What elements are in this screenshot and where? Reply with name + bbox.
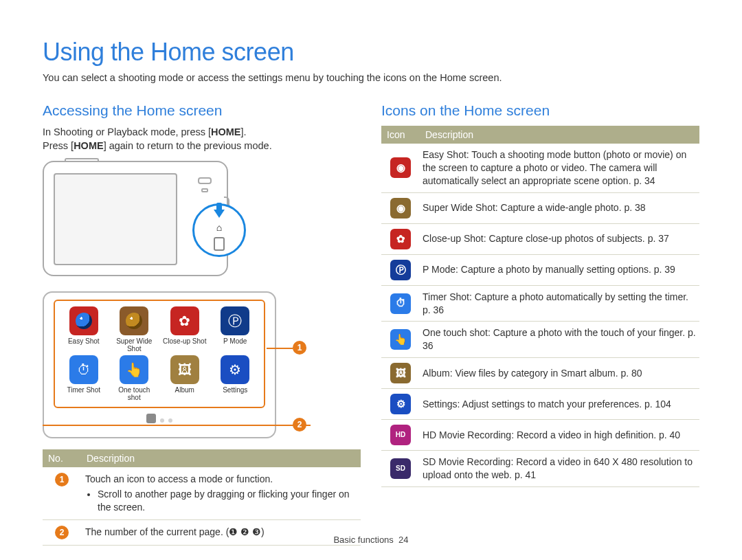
home-icon: ⌂ bbox=[216, 222, 222, 233]
col-desc-header: Description bbox=[420, 126, 699, 144]
col-desc-header: Description bbox=[81, 449, 361, 467]
footer: Basic functions 24 bbox=[0, 535, 742, 545]
callout-2: 2 bbox=[293, 418, 306, 432]
mode-icon: ⚙ bbox=[221, 355, 249, 384]
feature-icon: SD bbox=[390, 458, 411, 479]
mode-icon: ⏱ bbox=[69, 355, 98, 384]
left-instruction: In Shooting or Playback mode, press [HOM… bbox=[43, 126, 361, 153]
col-icon-header: Icon bbox=[381, 126, 420, 144]
icon-grid: Easy ShotSuper Wide Shot✿Close-up ShotⓅP… bbox=[62, 306, 257, 401]
feature-icon: ◉ bbox=[390, 157, 411, 178]
feature-icon: 👆 bbox=[390, 329, 411, 350]
left-column: Accessing the Home screen In Shooting or… bbox=[43, 102, 361, 546]
page-title: Using the Home screen bbox=[43, 38, 699, 67]
table-row: ⚙Settings: Adjust settings to match your… bbox=[381, 389, 699, 420]
mode-icon bbox=[120, 306, 148, 335]
home-button-icon bbox=[214, 237, 225, 251]
feature-icon: HD bbox=[390, 425, 411, 445]
feature-icon: ◉ bbox=[390, 198, 411, 219]
feature-icon: ⏱ bbox=[390, 293, 411, 314]
mode-icon: Ⓟ bbox=[221, 306, 249, 335]
mode-label: Easy Shot bbox=[68, 337, 100, 345]
table-row: ◉Easy Shot: Touch a shooting mode button… bbox=[381, 144, 699, 192]
feature-icon: 🖼 bbox=[390, 363, 411, 383]
table-row: HDHD Movie Recording: Record a video in … bbox=[381, 420, 699, 451]
mode-label: Super Wide Shot bbox=[113, 337, 157, 352]
page: Using the Home screen You can select a s… bbox=[0, 0, 742, 560]
right-column: Icons on the Home screen Icon Descriptio… bbox=[381, 102, 699, 546]
right-heading: Icons on the Home screen bbox=[381, 102, 699, 119]
camera-outline: ⌂ bbox=[43, 161, 228, 276]
mode-label: Timer Shot bbox=[67, 386, 100, 394]
grid-cell: ✿Close-up Shot bbox=[163, 306, 207, 352]
mode-icon: 🖼 bbox=[170, 355, 199, 384]
grid-cell: 🖼Album bbox=[163, 355, 207, 401]
mode-icon: ✿ bbox=[170, 306, 199, 335]
table-row: SDSD Movie Recording: Record a video in … bbox=[381, 451, 699, 487]
grid-cell: ⏱Timer Shot bbox=[62, 355, 106, 401]
mode-label: Settings bbox=[223, 386, 247, 394]
arrow-down-icon bbox=[214, 210, 225, 218]
two-column-layout: Accessing the Home screen In Shooting or… bbox=[43, 102, 699, 546]
mode-label: One touch shot bbox=[113, 386, 157, 401]
mode-label: Close-up Shot bbox=[163, 337, 206, 345]
mode-icon: 👆 bbox=[120, 355, 148, 384]
callout-1: 1 bbox=[293, 341, 306, 355]
icon-table: Icon Description ◉Easy Shot: Touch a sho… bbox=[381, 126, 699, 487]
col-no-header: No. bbox=[43, 449, 81, 467]
table-row: 1 Touch an icon to access a mode or func… bbox=[43, 467, 361, 519]
home-screen-figure: Easy ShotSuper Wide Shot✿Close-up ShotⓅP… bbox=[43, 291, 276, 438]
feature-icon: ✿ bbox=[390, 229, 411, 249]
table-row: ✿Close-up Shot: Capture close-up photos … bbox=[381, 223, 699, 254]
grid-cell: ⓅP Mode bbox=[214, 306, 258, 352]
camera-screen bbox=[54, 173, 177, 265]
table-row: ◉Super Wide Shot: Capture a wide-angle p… bbox=[381, 192, 699, 223]
left-heading: Accessing the Home screen bbox=[43, 102, 361, 119]
feature-icon: Ⓟ bbox=[390, 260, 411, 280]
feature-icon: ⚙ bbox=[390, 394, 411, 414]
table-row: ⓅP Mode: Capture a photo by manually set… bbox=[381, 254, 699, 285]
grid-cell: 👆One touch shot bbox=[113, 355, 157, 401]
camera-figure: ⌂ bbox=[43, 161, 228, 276]
mode-label: Album bbox=[175, 386, 194, 394]
grid-cell: Super Wide Shot bbox=[113, 306, 157, 352]
mode-label: P Mode bbox=[223, 337, 247, 345]
table-row: 👆One touch shot: Capture a photo with th… bbox=[381, 322, 699, 358]
table-row: 🖼Album: View files by category in Smart … bbox=[381, 358, 699, 389]
home-button-callout: ⌂ bbox=[192, 203, 246, 257]
page-indicator bbox=[54, 408, 265, 426]
grid-cell: ⚙Settings bbox=[214, 355, 258, 401]
table-row: ⏱Timer Shot: Capture a photo automatical… bbox=[381, 285, 699, 322]
callout-table: No. Description 1 Touch an icon to acces… bbox=[43, 449, 361, 546]
grid-cell: Easy Shot bbox=[62, 306, 106, 352]
home-screen-highlight: Easy ShotSuper Wide Shot✿Close-up ShotⓅP… bbox=[54, 300, 265, 408]
intro-text: You can select a shooting mode or access… bbox=[43, 72, 699, 83]
mode-icon bbox=[69, 306, 98, 335]
